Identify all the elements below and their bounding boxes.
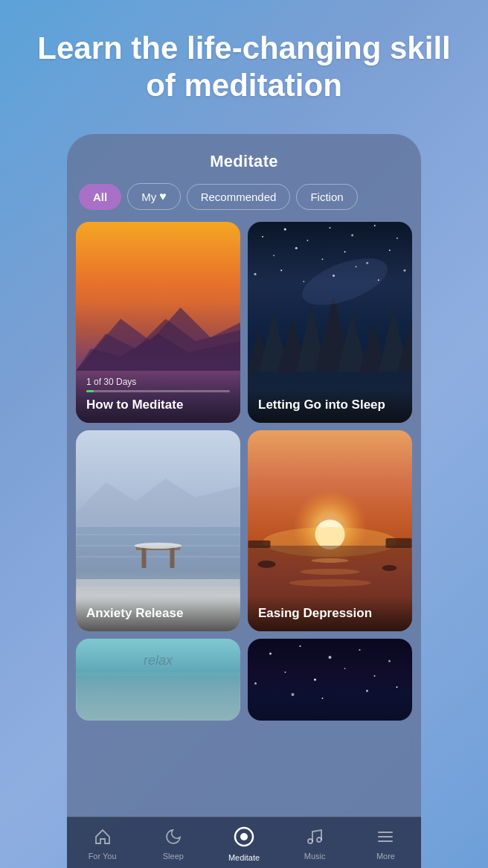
- svg-point-18: [303, 281, 304, 282]
- menu-icon: [376, 828, 394, 849]
- svg-point-3: [262, 236, 263, 237]
- svg-point-12: [321, 258, 323, 260]
- card-4-label: Easing Depression: [248, 596, 412, 631]
- svg-rect-54: [77, 676, 240, 721]
- progress-bar-fill: [86, 390, 94, 392]
- svg-point-16: [254, 273, 257, 275]
- svg-marker-33: [77, 479, 240, 527]
- svg-point-69: [366, 690, 368, 692]
- filter-tab-my[interactable]: My ♥: [127, 183, 181, 210]
- svg-point-61: [285, 671, 286, 673]
- svg-point-11: [295, 247, 298, 249]
- nav-item-more[interactable]: More: [350, 828, 421, 861]
- svg-point-60: [388, 660, 391, 663]
- meditate-icon: [234, 826, 254, 850]
- card-3-label: Anxiety Release: [76, 596, 240, 631]
- filter-tab-all[interactable]: All: [79, 184, 121, 210]
- svg-point-58: [329, 656, 332, 659]
- svg-point-13: [344, 251, 346, 252]
- svg-point-67: [292, 693, 295, 696]
- nav-label-music: Music: [304, 852, 326, 861]
- svg-point-72: [308, 839, 312, 843]
- svg-point-73: [317, 837, 321, 842]
- filter-tabs: All My ♥ Recommended Fiction: [67, 183, 421, 222]
- svg-point-4: [284, 229, 286, 231]
- card-letting-go-into-sleep[interactable]: Letting Go into Sleep: [248, 222, 412, 423]
- svg-point-64: [374, 675, 376, 677]
- svg-point-68: [322, 698, 324, 699]
- svg-point-63: [344, 668, 346, 669]
- svg-point-57: [300, 645, 301, 647]
- bottom-nav: For You Sleep Meditate: [67, 817, 421, 868]
- card-2-title: Letting Go into Sleep: [258, 397, 402, 412]
- filter-tab-recommended[interactable]: Recommended: [187, 184, 291, 210]
- home-icon: [94, 828, 112, 849]
- nav-label-more: More: [376, 852, 395, 861]
- card5-illustration: relax: [76, 639, 240, 721]
- svg-point-59: [359, 649, 361, 651]
- nav-label-for-you: For You: [89, 852, 117, 861]
- svg-point-22: [403, 269, 405, 272]
- svg-rect-40: [170, 546, 175, 568]
- card6-illustration: [248, 639, 412, 721]
- svg-text:relax: relax: [144, 653, 173, 668]
- card-2-label: Letting Go into Sleep: [248, 388, 412, 423]
- app-card: Meditate All My ♥ Recommended Fiction: [67, 134, 421, 868]
- hero-title: Learn the life-changing skill of meditat…: [0, 0, 488, 127]
- svg-rect-50: [248, 540, 271, 548]
- svg-point-41: [135, 543, 182, 549]
- svg-point-7: [351, 234, 353, 237]
- card-grid: 1 of 30 Days How to Meditate: [76, 222, 412, 728]
- svg-rect-39: [142, 546, 147, 568]
- card-how-to-meditate[interactable]: 1 of 30 Days How to Meditate: [76, 222, 240, 423]
- progress-text: 1 of 30 Days: [86, 377, 230, 387]
- svg-point-10: [273, 255, 274, 256]
- nav-item-meditate[interactable]: Meditate: [208, 826, 279, 862]
- card-1-label: 1 of 30 Days How to Meditate: [76, 368, 240, 423]
- nav-label-meditate: Meditate: [228, 853, 260, 862]
- svg-point-9: [396, 237, 398, 239]
- svg-point-52: [258, 561, 276, 568]
- heart-icon: ♥: [159, 190, 167, 203]
- svg-point-6: [329, 227, 330, 229]
- progress-bar-background: [86, 390, 230, 392]
- svg-point-66: [396, 686, 398, 688]
- svg-point-5: [306, 240, 308, 241]
- svg-point-17: [280, 269, 282, 271]
- svg-rect-51: [386, 538, 412, 548]
- svg-point-48: [301, 569, 360, 575]
- svg-point-53: [382, 565, 397, 571]
- app-header: Meditate: [67, 134, 421, 183]
- nav-item-sleep[interactable]: Sleep: [138, 828, 208, 861]
- card-easing-depression[interactable]: Easing Depression: [248, 430, 412, 631]
- card-partial-2[interactable]: [248, 639, 412, 721]
- filter-tab-fiction[interactable]: Fiction: [296, 184, 357, 210]
- svg-point-32: [296, 249, 393, 314]
- content-area: 1 of 30 Days How to Meditate: [67, 222, 421, 817]
- svg-point-62: [314, 679, 316, 681]
- app-title: Meditate: [210, 152, 278, 170]
- svg-point-15: [389, 249, 391, 251]
- nav-label-sleep: Sleep: [163, 852, 184, 861]
- nav-item-music[interactable]: Music: [280, 828, 350, 861]
- nav-item-for-you[interactable]: For You: [67, 828, 138, 861]
- svg-point-71: [240, 833, 248, 840]
- card-4-title: Easing Depression: [258, 605, 402, 621]
- progress-section: 1 of 30 Days: [86, 377, 230, 392]
- svg-point-65: [254, 683, 257, 685]
- card-3-title: Anxiety Release: [86, 605, 230, 621]
- svg-point-56: [269, 653, 272, 655]
- card-partial-1[interactable]: relax: [76, 639, 240, 721]
- svg-point-49: [289, 579, 371, 587]
- svg-point-8: [374, 225, 376, 226]
- music-icon: [306, 828, 324, 849]
- moon-icon: [164, 828, 182, 849]
- svg-point-47: [312, 558, 349, 563]
- card-anxiety-release[interactable]: Anxiety Release: [76, 430, 240, 631]
- card-1-title: How to Meditate: [86, 397, 230, 412]
